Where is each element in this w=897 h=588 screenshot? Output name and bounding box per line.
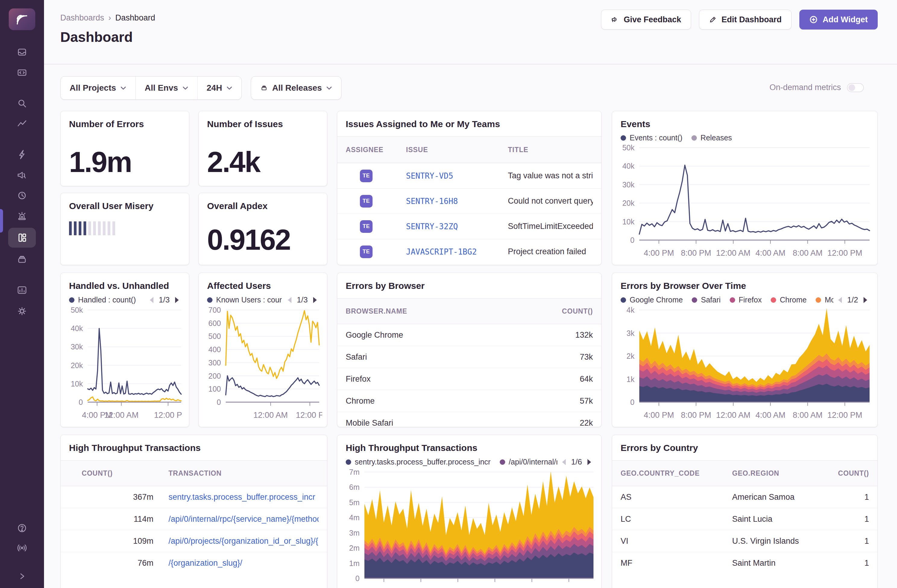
issue-row[interactable]: TE SENTRY-VD5 Tag value was not a strin — [337, 163, 601, 188]
on-demand-metrics-toggle[interactable] — [847, 83, 864, 92]
column-header-count[interactable]: COUNT() — [533, 307, 593, 315]
legend-dot — [692, 135, 697, 141]
country-row[interactable]: LC Saint Lucia 1 — [612, 508, 877, 530]
issue-row[interactable]: TE JAVASCRIPT-1BG2 Project creation fail… — [337, 239, 601, 264]
column-header-issue[interactable]: ISSUE — [406, 146, 508, 154]
svg-text:1k: 1k — [627, 375, 635, 383]
browser-row[interactable]: Google Chrome 132k — [337, 324, 601, 346]
breadcrumb-dashboards[interactable]: Dashboards — [60, 13, 104, 23]
insights-chart-icon[interactable] — [15, 283, 29, 297]
transaction-link[interactable]: sentry.tasks.process_buffer.process_incr — [168, 492, 318, 502]
collapse-sidebar-icon[interactable] — [15, 569, 29, 583]
legend-next-icon[interactable] — [862, 296, 868, 304]
column-header-assignee[interactable]: ASSIGNEE — [346, 146, 406, 154]
legend-item[interactable]: Google Chrome — [621, 295, 683, 304]
legend-item[interactable]: Chrome — [771, 295, 807, 304]
column-header-count[interactable]: COUNT() — [69, 469, 153, 478]
legend-next-icon[interactable] — [586, 458, 592, 466]
transaction-row[interactable]: 76m /{organization_slug}/ — [61, 552, 327, 574]
svg-text:12:00 PM: 12:00 PM — [827, 411, 862, 420]
give-feedback-button[interactable]: Give Feedback — [601, 10, 691, 29]
project-filter[interactable]: All Projects — [61, 76, 135, 99]
svg-text:10k: 10k — [71, 380, 83, 388]
projects-icon[interactable] — [15, 66, 29, 79]
legend-prev-icon[interactable] — [561, 458, 567, 466]
browser-row[interactable]: Safari 73k — [337, 346, 601, 368]
column-header-browser-name[interactable]: BROWSER.NAME — [346, 307, 533, 315]
add-widget-button[interactable]: Add Widget — [799, 10, 878, 29]
legend-item[interactable]: Known Users : cour — [207, 295, 282, 304]
legend-item[interactable]: Mobile S — [816, 295, 833, 304]
releases-icon[interactable] — [15, 252, 29, 266]
replays-icon[interactable] — [15, 189, 29, 202]
transaction-row[interactable]: 367m sentry.tasks.process_buffer.process… — [61, 486, 327, 508]
help-icon[interactable] — [15, 521, 29, 535]
legend-item[interactable]: Firefox — [730, 295, 762, 304]
legend-item[interactable]: Handled : count() — [69, 295, 136, 304]
svg-text:4m: 4m — [349, 513, 360, 522]
browser-stacked-area-chart[interactable]: 01k2k3k4k4:00 PM8:00 PM12:00 AM4:00 AM8:… — [613, 306, 873, 426]
country-row[interactable]: VI U.S. Virgin Islands 1 — [612, 530, 877, 552]
country-row[interactable]: AS American Samoa 1 — [612, 486, 877, 508]
date-range-filter[interactable]: 24H — [197, 76, 242, 99]
transaction-row[interactable]: 109m /api/0/projects/{organization_id_or… — [61, 530, 327, 552]
alerts-icon[interactable] — [15, 209, 29, 223]
dashboards-icon[interactable] — [8, 228, 36, 247]
legend-item[interactable]: Events : count() — [621, 133, 683, 142]
legend-prev-icon[interactable] — [148, 296, 155, 304]
misery-bar — [93, 221, 96, 235]
feedback-megaphone-icon[interactable] — [15, 168, 29, 182]
legend-item[interactable]: /api/0/internal/r — [500, 458, 557, 466]
assignee-avatar: TE — [360, 195, 372, 208]
browser-row[interactable]: Firefox 64k — [337, 368, 601, 390]
throughput-stacked-area-chart[interactable]: 01m2m3m4m5m6m7m4:00 PM8:00 PM12:00 AM4:0… — [338, 468, 597, 588]
legend-prev-icon[interactable] — [837, 296, 843, 304]
transaction-link[interactable]: /{organization_slug}/ — [168, 559, 318, 568]
svg-text:40k: 40k — [622, 162, 635, 170]
issue-link[interactable]: SENTRY-16H8 — [406, 197, 508, 206]
browser-row[interactable]: Chrome 57k — [337, 390, 601, 412]
legend-prev-icon[interactable] — [287, 296, 293, 304]
transaction-link[interactable]: /api/0/internal/rpc/{service_name}/{meth… — [168, 515, 318, 524]
on-demand-metrics-label: On-demand metrics — [770, 83, 841, 92]
legend-next-icon[interactable] — [312, 296, 318, 304]
legend-next-icon[interactable] — [174, 296, 180, 304]
release-filter[interactable]: All Releases — [251, 76, 341, 99]
edit-dashboard-button[interactable]: Edit Dashboard — [699, 10, 792, 29]
svg-text:500: 500 — [208, 332, 221, 341]
country-row[interactable]: MF Saint Martin 1 — [612, 552, 877, 574]
widget-errors-by-browser-over-time: Errors by Browser Over Time Google Chrom… — [612, 273, 878, 427]
handled-line-chart[interactable]: 010k20k30k40k50k4:00 PM12:00 AM12:00 P — [62, 306, 184, 426]
column-header-region[interactable]: GEO.REGION — [732, 469, 818, 478]
performance-icon[interactable] — [15, 148, 29, 162]
settings-gear-icon[interactable] — [15, 304, 29, 318]
issue-link[interactable]: SENTRY-VD5 — [406, 171, 508, 180]
transaction-row[interactable]: 114m /api/0/internal/rpc/{service_name}/… — [61, 508, 327, 530]
column-header-country-code[interactable]: GEO.COUNTRY_CODE — [621, 469, 732, 478]
transaction-link[interactable]: /api/0/projects/{organization_id_or_slug… — [168, 536, 318, 546]
widget-number-of-issues: Number of Issues 2.4k — [198, 111, 328, 186]
stats-trend-icon[interactable] — [15, 117, 29, 131]
svg-text:6m: 6m — [349, 483, 360, 491]
column-header-count[interactable]: COUNT() — [818, 469, 869, 478]
sentry-logo[interactable] — [9, 8, 35, 30]
issue-link[interactable]: SENTRY-32ZQ — [406, 222, 508, 231]
affected-users-line-chart[interactable]: 010020030040050060070012:00 AM12:00 P — [200, 306, 322, 426]
legend-item[interactable]: Releases — [692, 133, 732, 142]
issue-row[interactable]: TE SENTRY-16H8 Could not convert query — [337, 188, 601, 214]
column-header-transaction[interactable]: TRANSACTION — [168, 469, 318, 478]
legend-item[interactable]: sentry.tasks.process_buffer.process_incr — [346, 458, 491, 466]
plus-circle-icon — [809, 15, 818, 24]
issue-link[interactable]: JAVASCRIPT-1BG2 — [406, 247, 508, 257]
issue-row[interactable]: TE SENTRY-32ZQ SoftTimeLimitExceeded — [337, 214, 601, 239]
transaction-count: 109m — [69, 536, 153, 546]
legend-page-indicator: 1/3 — [159, 295, 170, 304]
search-icon[interactable] — [15, 96, 29, 110]
whats-new-broadcast-icon[interactable] — [15, 541, 29, 555]
events-line-chart[interactable]: 010k20k30k40k50k4:00 PM8:00 PM12:00 AM4:… — [613, 144, 873, 264]
environment-filter[interactable]: All Envs — [135, 76, 197, 99]
legend-item[interactable]: Safari — [692, 295, 720, 304]
browser-row[interactable]: Mobile Safari 22k — [337, 412, 601, 427]
issues-icon[interactable] — [15, 45, 29, 59]
column-header-title[interactable]: TITLE — [508, 146, 593, 154]
